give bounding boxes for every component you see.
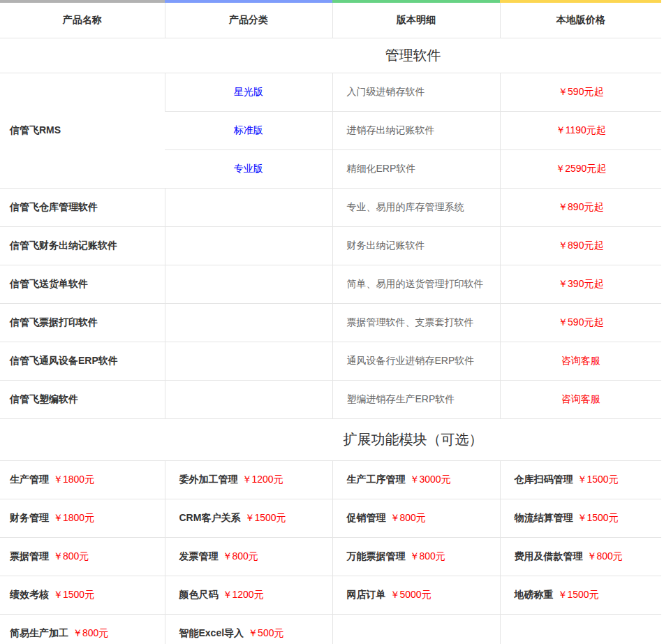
- accent-segment-yellow: [500, 0, 661, 3]
- pricing-page: 产品名称 产品分类 版本明细 本地版价格 管理软件 信管飞RMS 星光版 入门级…: [0, 0, 664, 644]
- price-value: ￥590元起: [500, 303, 661, 342]
- module-name: 委外加工管理: [179, 474, 238, 485]
- section-title-management-software: 管理软件: [0, 46, 661, 65]
- top-accent-bar: [0, 0, 661, 3]
- product-name: 信管飞送货单软件: [0, 265, 165, 303]
- module-name: 万能票据管理: [347, 550, 406, 562]
- module-price: ￥1800元: [53, 512, 94, 523]
- version-link-professional[interactable]: 专业版: [234, 163, 263, 174]
- version-detail: 专业、易用的库存管理系统: [332, 188, 500, 226]
- module-price: ￥1800元: [53, 474, 94, 485]
- module-name: 简易生产加工: [10, 627, 68, 638]
- module-row: 生产管理￥1800元 委外加工管理￥1200元 生产工序管理￥3000元 仓库扫…: [0, 460, 661, 499]
- table-row-rms-starlight: 信管飞RMS 星光版 入门级进销存软件 ￥590元起: [0, 73, 661, 111]
- section-row-extension-modules: 扩展功能模块（可选）: [0, 418, 661, 460]
- version-detail: 精细化ERP软件: [332, 149, 500, 188]
- accent-segment-blue: [165, 0, 332, 3]
- table-row-plastic-weaving: 信管飞塑编软件 塑编进销存生产ERP软件 咨询客服: [0, 380, 661, 418]
- section-title-extension-modules: 扩展功能模块（可选）: [0, 430, 661, 449]
- product-name: 信管飞财务出纳记账软件: [0, 226, 165, 265]
- product-category: [165, 265, 332, 303]
- version-detail: 简单、易用的送货管理打印软件: [332, 265, 500, 303]
- module-price: ￥800元: [73, 627, 108, 638]
- module-row: 票据管理￥800元 发票管理￥800元 万能票据管理￥800元 费用及借款管理￥…: [0, 537, 661, 576]
- module-row: 财务管理￥1800元 CRM客户关系￥1500元 促销管理￥800元 物流结算管…: [0, 499, 661, 537]
- module-name: 财务管理: [10, 512, 49, 523]
- product-category: [165, 303, 332, 342]
- version-detail: 塑编进销存生产ERP软件: [332, 380, 500, 418]
- module-row: 简易生产加工￥800元 智能Excel导入￥500元: [0, 614, 661, 644]
- product-name-rms: 信管飞RMS: [0, 73, 165, 188]
- table-row-bill-print: 信管飞票据打印软件 票据管理软件、支票套打软件 ￥590元起: [0, 303, 661, 342]
- module-price: ￥800元: [390, 512, 426, 523]
- module-name: 地磅称重: [515, 589, 554, 600]
- product-name: 信管飞仓库管理软件: [0, 188, 165, 226]
- module-price: ￥1200元: [242, 474, 283, 485]
- version-detail: 进销存出纳记账软件: [332, 111, 500, 149]
- column-header-version-detail: 版本明细: [332, 3, 500, 38]
- section-row-management-software: 管理软件: [0, 38, 661, 73]
- product-category: [165, 226, 332, 265]
- module-name: 绩效考核: [10, 589, 49, 600]
- version-detail: 财务出纳记账软件: [332, 226, 500, 265]
- module-price: ￥5000元: [390, 589, 431, 600]
- table-row-finance: 信管飞财务出纳记账软件 财务出纳记账软件 ￥890元起: [0, 226, 661, 265]
- module-price: ￥3000元: [410, 474, 451, 485]
- module-price: ￥1500元: [577, 474, 619, 485]
- module-price: ￥500元: [248, 627, 283, 638]
- contact-service-label: 咨询客服: [500, 380, 661, 418]
- pricing-table: 产品名称 产品分类 版本明细 本地版价格 管理软件 信管飞RMS 星光版 入门级…: [0, 3, 661, 644]
- module-name: 网店订单: [347, 589, 386, 600]
- module-name: 促销管理: [347, 512, 386, 523]
- accent-segment-gray: [0, 0, 165, 3]
- version-detail: 票据管理软件、支票套打软件: [332, 303, 500, 342]
- column-header-product-name: 产品名称: [0, 3, 165, 38]
- table-row-ventilation-erp: 信管飞通风设备ERP软件 通风设备行业进销存ERP软件 咨询客服: [0, 342, 661, 380]
- module-price: ￥1500元: [577, 512, 619, 523]
- module-name: 票据管理: [10, 550, 49, 562]
- price-value: ￥2590元起: [500, 149, 661, 188]
- price-value: ￥890元起: [500, 188, 661, 226]
- contact-service-label: 咨询客服: [500, 342, 661, 380]
- product-category: [165, 342, 332, 380]
- module-price: ￥800元: [587, 550, 623, 562]
- header-row: 产品名称 产品分类 版本明细 本地版价格: [0, 3, 661, 38]
- module-name: 费用及借款管理: [515, 550, 583, 562]
- module-price: ￥1500元: [558, 589, 599, 600]
- column-header-local-price: 本地版价格: [500, 3, 661, 38]
- price-value: ￥1190元起: [500, 111, 661, 149]
- version-link-starlight[interactable]: 星光版: [234, 86, 263, 97]
- table-row-delivery: 信管飞送货单软件 简单、易用的送货管理打印软件 ￥390元起: [0, 265, 661, 303]
- product-name: 信管飞票据打印软件: [0, 303, 165, 342]
- accent-segment-green: [332, 0, 500, 3]
- module-row: 绩效考核￥1500元 颜色尺码￥1200元 网店订单￥5000元 地磅称重￥15…: [0, 576, 661, 614]
- module-name: 仓库扫码管理: [515, 474, 573, 485]
- module-price: ￥800元: [223, 550, 258, 562]
- product-name: 信管飞塑编软件: [0, 380, 165, 418]
- version-link-standard[interactable]: 标准版: [234, 124, 263, 136]
- module-name: 智能Excel导入: [179, 627, 244, 638]
- product-category: [165, 188, 332, 226]
- module-price: ￥800元: [410, 550, 445, 562]
- module-price: ￥1200元: [223, 589, 264, 600]
- module-name: 生产管理: [10, 474, 49, 485]
- price-value: ￥590元起: [500, 73, 661, 111]
- module-name: 发票管理: [179, 550, 219, 562]
- column-header-product-category: 产品分类: [165, 3, 332, 38]
- module-price: ￥1500元: [53, 589, 94, 600]
- module-name: 物流结算管理: [515, 512, 573, 523]
- version-detail: 入门级进销存软件: [332, 73, 500, 111]
- table-row-warehouse: 信管飞仓库管理软件 专业、易用的库存管理系统 ￥890元起: [0, 188, 661, 226]
- module-name: CRM客户关系: [179, 512, 241, 523]
- module-price: ￥800元: [53, 550, 89, 562]
- module-name: 颜色尺码: [179, 589, 219, 600]
- product-category: [165, 380, 332, 418]
- module-price: ￥1500元: [244, 512, 286, 523]
- product-name: 信管飞通风设备ERP软件: [0, 342, 165, 380]
- version-detail: 通风设备行业进销存ERP软件: [332, 342, 500, 380]
- module-name: 生产工序管理: [347, 474, 406, 485]
- price-value: ￥390元起: [500, 265, 661, 303]
- price-value: ￥890元起: [500, 226, 661, 265]
